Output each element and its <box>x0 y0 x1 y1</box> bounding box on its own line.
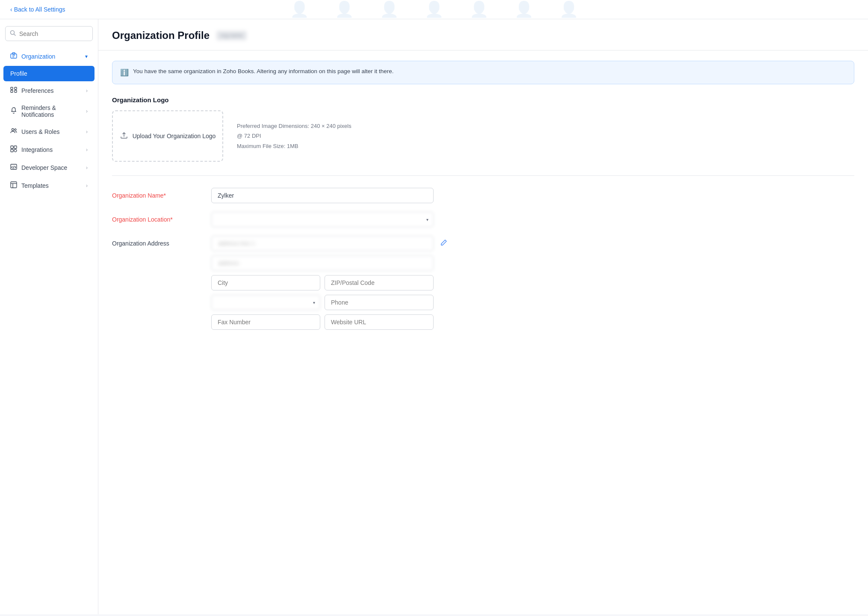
watermark-icon-6: 👤 <box>514 0 534 18</box>
search-input[interactable] <box>19 30 88 37</box>
sidebar-item-users-label: Users & Roles <box>21 128 86 135</box>
zip-input[interactable] <box>325 275 434 290</box>
svg-line-17 <box>13 166 14 169</box>
chevron-right-icon-4: › <box>86 147 88 153</box>
state-select[interactable] <box>211 295 320 310</box>
svg-rect-7 <box>15 87 17 89</box>
svg-rect-6 <box>11 87 13 89</box>
org-location-group: Organization Location* ▾ <box>112 212 854 227</box>
sidebar-item-developer-label: Developer Space <box>21 164 86 171</box>
state-phone-row: ▾ <box>211 295 434 310</box>
sidebar: Organization ▾ Profile Preferences › <box>0 19 98 614</box>
city-input[interactable] <box>211 275 320 290</box>
upload-label: Upload Your Organization Logo <box>133 133 216 139</box>
info-banner-text: You have the same organization in Zoho B… <box>133 67 394 76</box>
chevron-down-icon: ▾ <box>85 53 88 59</box>
svg-rect-13 <box>14 146 17 148</box>
org-address-group: Organization Address <box>112 236 854 330</box>
svg-rect-18 <box>11 182 17 188</box>
logo-hints: Preferred Image Dimensions: 240 × 240 pi… <box>237 121 351 151</box>
svg-rect-14 <box>11 149 13 152</box>
org-name-input[interactable] <box>211 188 434 203</box>
org-location-label: Organization Location* <box>112 212 198 223</box>
watermark-icon-2: 👤 <box>335 0 354 18</box>
svg-rect-8 <box>11 90 13 92</box>
layout: Organization ▾ Profile Preferences › <box>0 19 868 614</box>
svg-rect-12 <box>11 146 13 148</box>
watermark-icon-3: 👤 <box>380 0 399 18</box>
watermark-icon-7: 👤 <box>559 0 579 18</box>
phone-input[interactable] <box>325 295 434 310</box>
sidebar-item-integrations-label: Integrations <box>21 146 86 153</box>
logo-section: Organization Logo Upload Your Organizati… <box>112 96 854 162</box>
org-name-group: Organization Name* <box>112 188 854 203</box>
sidebar-item-reminders[interactable]: Reminders & Notifications › <box>3 100 94 122</box>
city-zip-row <box>211 275 434 290</box>
address-edit-icon[interactable] <box>440 239 447 248</box>
address-line2-input[interactable] <box>211 255 434 271</box>
svg-point-11 <box>15 129 16 130</box>
logo-upload-button[interactable]: Upload Your Organization Logo <box>112 110 223 162</box>
search-icon <box>10 30 16 37</box>
sidebar-item-preferences[interactable]: Preferences › <box>3 82 94 99</box>
sidebar-item-profile[interactable]: Profile <box>3 66 94 81</box>
org-name-field <box>211 188 434 203</box>
fax-website-row <box>211 314 434 330</box>
logo-hint-3: Maximum File Size: 1MB <box>237 141 351 151</box>
org-location-select-wrapper: ▾ <box>211 212 434 227</box>
sidebar-item-organization[interactable]: Organization ▾ <box>3 48 94 65</box>
fax-input[interactable] <box>211 314 320 330</box>
address-fields: ▾ <box>211 236 434 330</box>
info-banner: ℹ️ You have the same organization in Zoh… <box>112 61 854 84</box>
integrations-icon <box>10 145 17 154</box>
website-input[interactable] <box>325 314 434 330</box>
watermark-icon-1: 👤 <box>290 0 309 18</box>
org-location-select[interactable] <box>211 212 434 227</box>
sidebar-item-users[interactable]: Users & Roles › <box>3 123 94 140</box>
sidebar-item-reminders-label: Reminders & Notifications <box>21 104 86 118</box>
chevron-right-icon: › <box>86 88 88 94</box>
sidebar-item-templates-label: Templates <box>21 182 86 189</box>
back-link[interactable]: ‹ Back to All Settings <box>10 6 65 13</box>
sidebar-item-integrations[interactable]: Integrations › <box>3 141 94 158</box>
sidebar-item-organization-label: Organization <box>21 53 85 60</box>
org-name-label: Organization Name* <box>112 188 198 199</box>
svg-line-1 <box>14 34 16 36</box>
svg-rect-3 <box>12 53 15 54</box>
org-location-field: ▾ <box>211 212 434 227</box>
svg-rect-9 <box>15 90 17 92</box>
main-content: Organization Profile org-name ℹ️ You hav… <box>98 19 868 614</box>
search-box[interactable] <box>5 26 93 41</box>
section-divider <box>112 175 854 176</box>
top-bar-watermark: 👤 👤 👤 👤 👤 👤 👤 <box>0 0 868 19</box>
chevron-right-icon-3: › <box>86 129 88 135</box>
svg-point-15 <box>14 149 17 152</box>
chevron-right-icon-2: › <box>86 108 88 114</box>
back-arrow-icon: ‹ <box>10 6 12 13</box>
upload-icon <box>120 131 128 142</box>
bell-icon <box>10 107 17 116</box>
page-header: Organization Profile org-name <box>98 19 868 50</box>
templates-icon <box>10 181 17 190</box>
sidebar-item-preferences-label: Preferences <box>21 87 86 94</box>
sidebar-item-profile-label: Profile <box>10 70 88 77</box>
top-bar: ‹ Back to All Settings 👤 👤 👤 👤 👤 👤 👤 <box>0 0 868 19</box>
logo-hint-2: @ 72 DPI <box>237 131 351 141</box>
chevron-right-icon-6: › <box>86 183 88 189</box>
content-area: ℹ️ You have the same organization in Zoh… <box>98 50 868 349</box>
state-select-wrapper: ▾ <box>211 295 320 310</box>
watermark-icon-5: 👤 <box>469 0 489 18</box>
org-address-label: Organization Address <box>112 236 198 247</box>
dev-icon <box>10 163 17 172</box>
info-icon: ℹ️ <box>120 68 129 78</box>
logo-hint-1: Preferred Image Dimensions: 240 × 240 pi… <box>237 121 351 131</box>
sidebar-item-templates[interactable]: Templates › <box>3 177 94 194</box>
sidebar-item-developer[interactable]: Developer Space › <box>3 159 94 176</box>
back-label: Back to All Settings <box>14 6 65 13</box>
page-title: Organization Profile <box>112 30 210 41</box>
users-icon <box>10 127 17 136</box>
chevron-right-icon-5: › <box>86 165 88 171</box>
logo-upload-area: Upload Your Organization Logo Preferred … <box>112 110 854 162</box>
address-line1-input[interactable] <box>211 236 434 251</box>
svg-point-10 <box>12 129 14 131</box>
